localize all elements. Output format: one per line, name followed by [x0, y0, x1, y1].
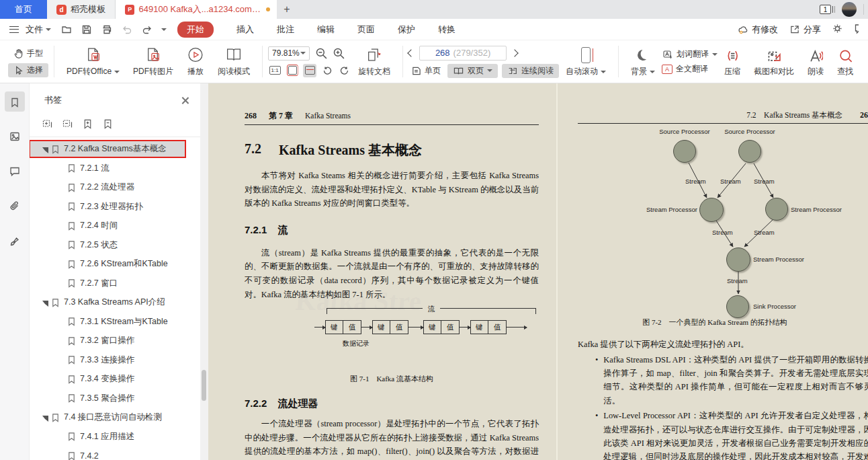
- thumbnails-panel-button[interactable]: [5, 126, 25, 147]
- expand-all-button[interactable]: [42, 118, 53, 130]
- modified-status[interactable]: 有修改: [737, 24, 778, 36]
- bookmark-item-selected[interactable]: 7.2 Kafka Streams基本概念: [30, 141, 185, 157]
- full-translate-button[interactable]: A 全文翻译: [662, 63, 718, 75]
- fit-width-button[interactable]: [303, 64, 316, 77]
- bookmark-item[interactable]: 7.2.3 处理器拓扑: [30, 197, 200, 217]
- actual-size-button[interactable]: 1:1: [268, 64, 281, 77]
- heading-7-2-2: 7.2.2 流处理器: [245, 397, 539, 410]
- bookmark-item[interactable]: 7.2.6 KStream和KTable: [30, 255, 200, 274]
- bookmark-item-partial[interactable]: 7.4.2: [30, 447, 200, 460]
- user-avatar[interactable]: [842, 2, 857, 17]
- read-aloud-button[interactable]: 朗读: [801, 40, 830, 83]
- tree-caret-icon[interactable]: [42, 301, 48, 307]
- auto-scroll-button[interactable]: 自动滚动: [559, 40, 613, 83]
- screenshot-compare-button[interactable]: 截图和对比: [747, 40, 801, 83]
- screenshot-compare-icon: [767, 48, 781, 63]
- bookmark-item[interactable]: 7.4 接口恶意访问自动检测: [30, 408, 200, 428]
- previous-page-button[interactable]: [407, 49, 415, 56]
- stream-bracket: 流: [327, 308, 536, 314]
- menu-tab-start[interactable]: 开始: [177, 22, 214, 38]
- bookmark-item[interactable]: 7.2.7 窗口: [30, 274, 200, 293]
- menu-tab-protect[interactable]: 保护: [398, 24, 415, 36]
- save-button[interactable]: [81, 24, 93, 36]
- book-icon: [225, 46, 243, 63]
- menu-tab-comment[interactable]: 批注: [277, 24, 294, 36]
- rotate-document-button[interactable]: 旋转文档: [351, 40, 397, 83]
- collapse-all-button[interactable]: [62, 118, 73, 130]
- bookmarks-panel-button[interactable]: [5, 91, 25, 112]
- zoom-out-button[interactable]: [315, 47, 327, 59]
- hand-tool-button[interactable]: 手型: [8, 46, 48, 61]
- bookmark-item[interactable]: 7.3.4 变换操作: [30, 370, 200, 389]
- zoom-in-button[interactable]: [333, 47, 345, 59]
- add-bookmark-button[interactable]: [82, 118, 93, 130]
- rotate-left-button[interactable]: [320, 64, 334, 77]
- read-mode-button[interactable]: 阅读模式: [211, 40, 257, 83]
- page-number-input[interactable]: 268 (279/352): [419, 46, 507, 61]
- tab-document-active[interactable]: P 649100 Kafka入...a1234.com.pdf: [116, 0, 277, 19]
- tree-caret-icon[interactable]: [42, 416, 48, 422]
- bookmark-item[interactable]: 7.2.4 时间: [30, 217, 200, 236]
- next-page-button[interactable]: [511, 49, 518, 56]
- word-translate-button[interactable]: 划词翻译: [662, 48, 718, 60]
- bookmark-label: 7.3.5 聚合操作: [80, 393, 134, 404]
- panel-scrollbar-thumb[interactable]: [202, 370, 206, 401]
- find-button[interactable]: 查找: [830, 40, 860, 83]
- bookmark-item[interactable]: 7.4.1 应用描述: [30, 427, 200, 447]
- tree-caret-icon[interactable]: [42, 147, 48, 153]
- bookmark-item[interactable]: 7.3 Kafka Streams API介绍: [30, 293, 200, 313]
- share-button[interactable]: 分享: [789, 24, 821, 36]
- settings-button[interactable]: [832, 23, 843, 36]
- tab-docer[interactable]: d 稻壳模板: [47, 0, 116, 19]
- close-icon[interactable]: [181, 96, 189, 104]
- single-page-button[interactable]: 单页: [408, 64, 443, 78]
- chapter-number: 第 7 章: [269, 110, 293, 122]
- compress-label: 压缩: [724, 66, 740, 77]
- file-menu[interactable]: 文件: [9, 24, 51, 36]
- pdf-to-image-button[interactable]: PDF转图片: [126, 40, 180, 83]
- bookmark-flag-icon: [67, 240, 76, 250]
- auto-scroll-label: 自动滚动: [566, 66, 598, 77]
- bookmark-item[interactable]: 7.3.1 KStream与KTable: [30, 312, 200, 332]
- bookmark-item[interactable]: 7.3.3 连接操作: [30, 350, 200, 370]
- menu-tab-edit[interactable]: 编辑: [317, 24, 335, 36]
- paragraph-api: Kafka 提供了以下两种定义流处理拓扑的 API。: [578, 338, 868, 352]
- redo-button[interactable]: [141, 24, 153, 36]
- play-button[interactable]: 播放: [180, 40, 211, 83]
- menu-tab-convert[interactable]: 转换: [438, 24, 455, 36]
- rotate-document-label: 旋转文档: [358, 66, 390, 77]
- remove-bookmark-button[interactable]: [102, 118, 114, 130]
- select-tool-button[interactable]: 选择: [8, 63, 48, 77]
- attachments-panel-button[interactable]: [5, 196, 25, 217]
- signature-panel-button[interactable]: [5, 231, 25, 252]
- document-area[interactable]: Kafka Stre 268 第 7 章 Kafka Streams 7.2 K…: [208, 83, 868, 460]
- bookmark-item[interactable]: 7.2.1 流: [30, 159, 200, 178]
- menu-tab-page[interactable]: 页面: [357, 24, 375, 36]
- bookmark-item[interactable]: 7.2.5 状态: [30, 235, 200, 255]
- open-button[interactable]: [60, 24, 73, 36]
- panel-scrollbar[interactable]: [200, 83, 208, 460]
- fit-width-icon: [305, 66, 315, 75]
- tab-home[interactable]: 首页: [0, 0, 47, 19]
- bookmark-label: 7.3 Kafka Streams API介绍: [64, 297, 165, 308]
- bookmark-item[interactable]: 7.2.2 流处理器: [30, 178, 200, 198]
- bookmark-item[interactable]: 7.3.5 聚合操作: [30, 389, 200, 408]
- window-count-widget[interactable]: 1: [820, 5, 835, 14]
- key-value-box: 键值: [423, 320, 460, 334]
- pdf-to-office-button[interactable]: PDF转Office: [60, 40, 126, 83]
- feedback-button[interactable]: [854, 23, 859, 36]
- print-button[interactable]: [101, 24, 113, 36]
- compress-button[interactable]: 压缩: [718, 40, 747, 83]
- fit-page-button[interactable]: [286, 64, 299, 77]
- new-tab-button[interactable]: +: [277, 0, 297, 19]
- zoom-level-select[interactable]: 79.81%: [268, 46, 310, 61]
- continuous-reading-button[interactable]: 连续阅读: [502, 64, 559, 78]
- bookmark-item[interactable]: 7.3.2 窗口操作: [30, 332, 200, 351]
- menu-tab-insert[interactable]: 插入: [236, 24, 254, 36]
- background-button[interactable]: 背景: [624, 40, 662, 83]
- rotate-right-button[interactable]: [338, 64, 351, 77]
- undo-button[interactable]: [121, 24, 133, 36]
- comments-panel-button[interactable]: [5, 161, 25, 182]
- quickbar-dropdown-icon[interactable]: [161, 28, 167, 31]
- double-page-button[interactable]: 双页: [447, 64, 498, 78]
